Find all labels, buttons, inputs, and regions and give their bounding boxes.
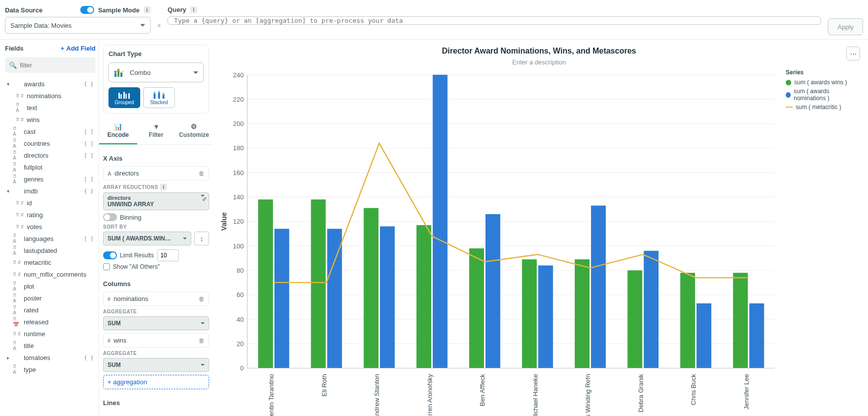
expand-icon[interactable]: ⤢ [202, 196, 207, 202]
add-aggregation-button[interactable]: + aggregation [103, 375, 209, 389]
encode-tabs: 📊Encode ▾Filter ⚙Customize [99, 119, 213, 145]
field-runtime[interactable]: ⠿ #runtime [5, 328, 96, 340]
fields-list[interactable]: ▾awards{ }⠿ #nominations⠿ Atext⠿ #wins⠿ … [5, 78, 96, 411]
chart-legend: Series sum ( awards wins ) sum ( awards … [781, 69, 860, 416]
bar-sum ( awards nominations )-3[interactable] [433, 75, 447, 368]
field-rated[interactable]: ⠿ Arated [5, 304, 96, 316]
field-languages[interactable]: ⠿ Alanguages[ ] [5, 233, 96, 244]
array-reductions-label: ARRAY REDUCTIONSi [103, 183, 209, 190]
chart-type-select[interactable]: Combo [108, 62, 204, 82]
svg-text:40: 40 [237, 316, 244, 323]
data-source-select[interactable]: Sample Data: Movies [5, 17, 151, 34]
show-all-others-label: Show "All Others" [113, 263, 160, 270]
binning-toggle[interactable] [103, 213, 117, 221]
svg-rect-6 [125, 94, 127, 99]
column-field-pill-0[interactable]: # nominations 🗑 [103, 292, 209, 306]
bar-sum ( awards wins )-1[interactable] [311, 199, 326, 368]
bar-sum ( awards nominations )-1[interactable] [327, 229, 342, 368]
sort-by-select[interactable]: SUM ( AWARDS.WIN… [103, 232, 191, 245]
bar-sum ( awards wins )-5[interactable] [522, 259, 537, 368]
stacked-mode-button[interactable]: Stacked [143, 87, 175, 108]
field-num_mflix_comments[interactable]: ⠿ #num_mflix_comments [5, 268, 96, 280]
sample-mode-toggle[interactable] [80, 6, 94, 14]
bar-sum ( awards nominations )-0[interactable] [274, 229, 289, 368]
limit-results-input[interactable] [157, 249, 179, 261]
bar-sum ( awards wins )-6[interactable] [575, 259, 590, 368]
field-imdb-votes[interactable]: ⠿ #votes [5, 221, 96, 233]
info-icon[interactable]: i [190, 6, 197, 13]
field-plot[interactable]: ⠿ Aplot [5, 280, 96, 292]
field-title[interactable]: ⠿ Atitle [5, 340, 96, 352]
field-awards-wins[interactable]: ⠿ #wins [5, 114, 96, 125]
field-genres[interactable]: ⠿ Agenres[ ] [5, 173, 96, 185]
sort-direction-button[interactable]: ↕ [194, 232, 209, 245]
show-all-others-checkbox[interactable]: Show "All Others" [103, 263, 209, 270]
svg-text:Value: Value [220, 212, 228, 231]
field-awards-nominations[interactable]: ⠿ #nominations [5, 90, 96, 102]
field-imdb-id[interactable]: ⠿ #id [5, 197, 96, 209]
bar-sum ( awards nominations )-6[interactable] [591, 206, 606, 368]
field-imdb[interactable]: ▾imdb{ } [5, 185, 96, 197]
field-cast[interactable]: ⠿ Acast[ ] [5, 125, 96, 137]
ellipsis-icon: ⋯ [850, 50, 857, 58]
field-metacritic[interactable]: ⠿ #metacritic [5, 256, 96, 268]
bar-sum ( awards wins )-2[interactable] [364, 208, 379, 368]
apply-button[interactable]: Apply [828, 18, 863, 35]
array-reduction-select[interactable]: directors UNWIND ARRAY ⤢ [103, 192, 209, 210]
bar-sum ( awards wins )-3[interactable] [417, 225, 432, 368]
bar-sum ( awards nominations )-8[interactable] [697, 303, 711, 368]
bar-sum ( awards nominations )-9[interactable] [749, 303, 764, 368]
bar-sum ( awards nominations )-4[interactable] [486, 214, 500, 368]
legend-swatch [786, 92, 791, 98]
delete-icon[interactable]: 🗑 [199, 170, 205, 177]
bar-sum ( awards wins )-7[interactable] [628, 270, 643, 368]
array-indicator: { } [84, 81, 94, 87]
field-released[interactable]: ⠿ 📅released [5, 316, 96, 328]
bar-sum ( awards wins )-4[interactable] [469, 248, 484, 368]
bar-sum ( awards nominations )-2[interactable] [380, 227, 395, 368]
delete-icon[interactable]: 🗑 [199, 296, 205, 302]
legend-label: sum ( metacritic ) [796, 104, 841, 111]
field-poster[interactable]: ⠿ Aposter [5, 292, 96, 304]
field-type[interactable]: ⠿ Atype [5, 363, 96, 375]
line-series[interactable] [273, 143, 748, 283]
aggregate-select-0[interactable]: SUM [103, 316, 209, 330]
svg-text:Debra Granik: Debra Granik [637, 374, 645, 413]
bar-sum ( awards wins )-8[interactable] [680, 273, 695, 368]
fields-search-input[interactable] [20, 61, 99, 69]
chart-more-button[interactable]: ⋯ [846, 47, 860, 60]
info-icon[interactable]: i [160, 183, 167, 190]
type-icon: ⠿ A [13, 365, 21, 373]
field-fullplot[interactable]: ⠿ Afullplot [5, 161, 96, 173]
x-axis-field-pill[interactable]: A directors 🗑 [103, 166, 209, 180]
type-icon: ⠿ A [13, 342, 21, 350]
fields-search[interactable]: 🔍 [5, 57, 96, 73]
tab-filter[interactable]: ▾Filter [137, 119, 175, 144]
add-field-button[interactable]: + Add Field [60, 45, 96, 52]
collapse-icon[interactable]: » [158, 22, 161, 29]
legend-label: sum ( awards nominations ) [794, 88, 860, 102]
field-awards[interactable]: ▾awards{ } [5, 78, 96, 90]
tab-encode[interactable]: 📊Encode [99, 119, 137, 144]
field-lastupdated[interactable]: ⠿ Alastupdated [5, 244, 96, 256]
field-awards-text[interactable]: ⠿ Atext [5, 102, 96, 114]
chart-description[interactable]: Enter a description [218, 59, 860, 66]
bar-sum ( awards wins )-9[interactable] [733, 273, 748, 368]
field-countries[interactable]: ⠿ Acountries[ ] [5, 137, 96, 149]
svg-text:Chris Buck: Chris Buck [690, 374, 697, 405]
bar-sum ( awards nominations )-5[interactable] [538, 265, 553, 368]
delete-icon[interactable]: 🗑 [199, 337, 205, 344]
field-directors[interactable]: ⠿ Adirectors[ ] [5, 149, 96, 161]
field-imdb-rating[interactable]: ⠿ #rating [5, 209, 96, 221]
column-field-pill-1[interactable]: # wins 🗑 [103, 333, 209, 348]
info-icon[interactable]: i [144, 6, 151, 13]
limit-results-toggle[interactable] [103, 251, 117, 259]
grouped-mode-button[interactable]: Grouped [108, 87, 140, 108]
query-input[interactable] [167, 16, 821, 25]
bar-sum ( awards nominations )-7[interactable] [644, 251, 658, 368]
aggregate-select-1[interactable]: SUM [103, 358, 209, 372]
field-tomatoes[interactable]: ▸tomatoes{ } [5, 352, 96, 363]
bar-sum ( awards wins )-0[interactable] [258, 199, 273, 368]
tab-customize[interactable]: ⚙Customize [175, 119, 213, 144]
chart-title[interactable]: Director Award Nominations, Wins, and Me… [218, 47, 860, 56]
